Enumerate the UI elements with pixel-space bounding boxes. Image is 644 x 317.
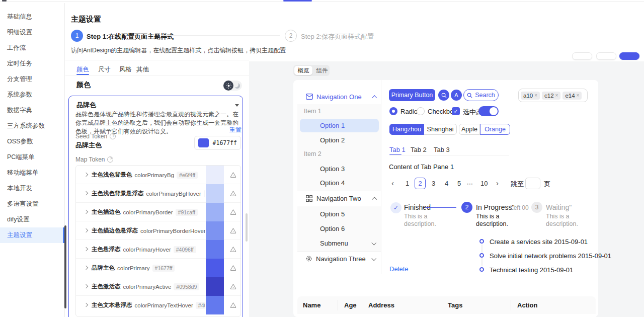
sidebar-item-mobile-menu[interactable]: 移动端菜单 <box>0 165 64 181</box>
theme-tab-other[interactable]: 其他 <box>136 65 149 74</box>
token-swatch[interactable] <box>206 184 224 203</box>
token-row-colorPrimaryBg[interactable]: 主色浅色背景色colorPrimaryBg#e6f4ff <box>76 166 240 184</box>
tag-select-input[interactable]: a10× c12× e14× <box>518 89 588 102</box>
seed-color-picker[interactable]: #1677ff <box>194 136 241 150</box>
token-edit-icon[interactable] <box>229 171 237 179</box>
page-scrollbar[interactable] <box>64 225 66 308</box>
menu-option-2[interactable]: Option 2 <box>320 135 345 145</box>
radio-checked[interactable] <box>389 107 397 115</box>
search-circle-button[interactable] <box>438 90 449 101</box>
light-dark-toggle[interactable] <box>223 81 242 91</box>
question-circle-icon[interactable] <box>110 133 116 139</box>
clipped-button-1[interactable] <box>572 52 592 60</box>
checkbox-checked[interactable]: ✓ <box>452 107 460 115</box>
token-edit-icon[interactable] <box>229 264 237 272</box>
token-row-colorPrimaryBorder[interactable]: 主色描边色colorPrimaryBorder#91caff <box>76 203 240 221</box>
close-icon[interactable]: × <box>534 93 537 98</box>
menu-option-6[interactable]: Option 6 <box>320 223 345 233</box>
theme-tab-color[interactable]: 颜色 <box>76 65 89 74</box>
tag-a10[interactable]: a10× <box>521 92 540 100</box>
close-icon[interactable]: × <box>577 93 580 98</box>
token-swatch[interactable] <box>206 277 224 296</box>
menu-option-3[interactable]: Option 3 <box>320 164 345 174</box>
token-swatch[interactable] <box>206 203 224 221</box>
sidebar-item-basic-info[interactable]: 基础信息 <box>0 9 64 25</box>
token-swatch[interactable] <box>206 259 224 277</box>
close-icon[interactable]: × <box>555 93 558 98</box>
token-edit-icon[interactable] <box>229 246 237 253</box>
primary-button[interactable]: Primary Button <box>389 89 435 101</box>
token-edit-icon[interactable] <box>229 283 237 290</box>
pagination-page-3[interactable]: 3 <box>432 180 435 187</box>
menu-option-4[interactable]: Option 4 <box>320 178 345 188</box>
collapse-caret-icon[interactable] <box>235 104 239 107</box>
token-swatch[interactable] <box>206 166 224 184</box>
token-row-colorPrimaryBgHover[interactable]: 主色浅色背景悬浮态colorPrimaryBgHover#bae0ff <box>76 184 240 203</box>
tab-1[interactable]: Tab 1 <box>389 146 406 153</box>
clipped-button-2[interactable] <box>596 52 616 60</box>
pagination-page-10[interactable]: 10 <box>480 180 488 187</box>
view-tab-overview[interactable]: 概览 <box>294 66 312 75</box>
panel-scrollbar[interactable] <box>246 213 248 242</box>
fruit-button-apple[interactable]: Apple <box>459 124 480 135</box>
pagination-ellipsis[interactable]: ••• <box>467 182 473 187</box>
sidebar-item-dify[interactable]: dify设置 <box>0 212 64 227</box>
sidebar-item-detail[interactable]: 明细设置 <box>0 25 64 40</box>
switch-toggle-on[interactable] <box>478 106 499 116</box>
token-row-colorPrimaryHover[interactable]: 主色悬浮态colorPrimaryHover#4096ff <box>76 240 240 259</box>
menu-submenu[interactable]: Submenu <box>320 238 348 248</box>
avatar[interactable]: A <box>451 90 462 101</box>
menu-navigation-two[interactable]: Navigation Two <box>306 193 361 203</box>
seed-color-swatch[interactable] <box>198 138 209 147</box>
view-tab-components[interactable]: 组件 <box>314 65 330 76</box>
sidebar-item-sys-params[interactable]: 系统参数 <box>0 87 64 103</box>
sidebar-item-branch[interactable]: 分支管理 <box>0 71 64 87</box>
theme-tab-style[interactable]: 风格 <box>119 65 132 74</box>
token-row-colorPrimaryBorderHover[interactable]: 主色描边色悬浮态colorPrimaryBorderHover#69b1ff <box>76 221 240 240</box>
delete-link[interactable]: Delete <box>389 265 409 273</box>
pagination-page-4[interactable]: 4 <box>445 180 448 187</box>
sidebar-item-workflow[interactable]: 工作流 <box>0 40 64 56</box>
tag-e14[interactable]: e14× <box>562 92 582 100</box>
search-button[interactable]: Search <box>463 89 499 101</box>
token-row-colorPrimary[interactable]: 品牌主色colorPrimary#1677ff <box>76 259 240 277</box>
tab-2[interactable]: Tab 2 <box>411 146 427 153</box>
pagination-page-1[interactable]: 1 <box>406 180 409 187</box>
pagination-page-5[interactable]: 5 <box>457 180 461 187</box>
sidebar-item-i18n[interactable]: 多语言设置 <box>0 196 64 212</box>
pagination-page-2-active[interactable]: 2 <box>415 178 426 189</box>
sidebar-item-oss[interactable]: OSS参数 <box>0 134 64 149</box>
token-row-colorPrimaryActive[interactable]: 主色激活态colorPrimaryActive#0958d9 <box>76 277 240 296</box>
tab-3[interactable]: Tab 3 <box>434 146 450 153</box>
fruit-button-orange[interactable]: Orange <box>480 124 510 135</box>
token-swatch[interactable] <box>206 240 224 259</box>
sidebar-item-3rd-params[interactable]: 三方系统参数 <box>0 118 64 134</box>
radio-unchecked[interactable] <box>417 107 425 115</box>
pagination-next[interactable]: › <box>496 179 499 187</box>
token-edit-icon[interactable] <box>229 301 237 309</box>
theme-tab-size[interactable]: 尺寸 <box>98 65 111 74</box>
token-edit-icon[interactable] <box>229 208 237 216</box>
token-swatch[interactable] <box>206 221 224 240</box>
sidebar-item-pc-menu[interactable]: PC端菜单 <box>0 149 64 165</box>
reset-link[interactable]: 重置 <box>229 126 242 134</box>
tag-c12[interactable]: c12× <box>542 92 560 100</box>
sidebar-item-local-dev[interactable]: 本地开发 <box>0 181 64 196</box>
menu-navigation-three[interactable]: Navigation Three <box>305 254 366 264</box>
menu-option-5[interactable]: Option 5 <box>320 209 345 219</box>
sidebar-item-dict[interactable]: 数据字典 <box>0 103 64 118</box>
token-swatch[interactable] <box>206 296 224 314</box>
city-button-hangzhou[interactable]: Hangzhou <box>389 124 424 135</box>
token-edit-icon[interactable] <box>229 190 237 197</box>
token-row-colorPrimaryTextHover[interactable]: 主色文本悬浮态colorPrimaryTextHover#4096ff <box>76 296 240 314</box>
sidebar-item-theme-settings[interactable]: 主题设置 <box>0 227 64 243</box>
question-circle-icon[interactable] <box>107 156 113 163</box>
menu-navigation-one[interactable]: Navigation One <box>306 92 362 102</box>
menu-option-1[interactable]: Option 1 <box>320 120 345 130</box>
token-edit-icon[interactable] <box>229 227 237 234</box>
sidebar-item-cron[interactable]: 定时任务 <box>0 56 64 71</box>
jump-page-input[interactable] <box>525 178 540 189</box>
clipped-primary-button[interactable] <box>619 52 639 60</box>
city-button-shanghai[interactable]: Shanghai <box>424 124 457 135</box>
pagination-prev[interactable]: ‹ <box>391 179 394 187</box>
